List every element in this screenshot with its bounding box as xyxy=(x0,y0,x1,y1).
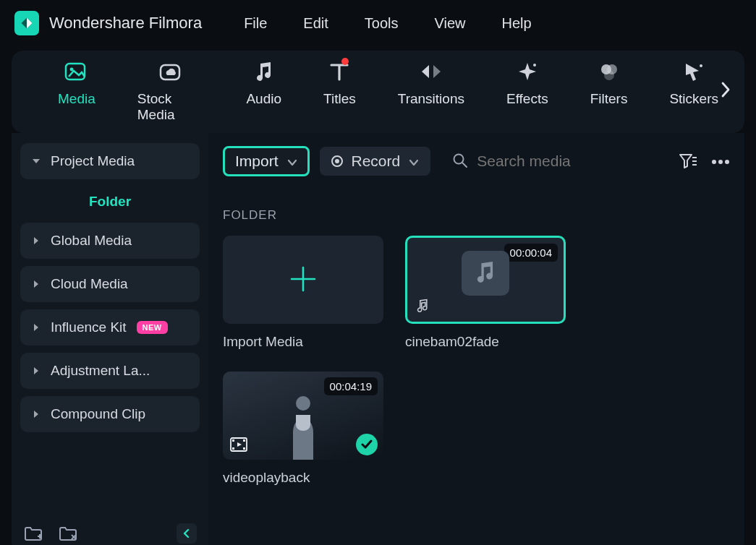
menu-file[interactable]: File xyxy=(244,15,267,32)
used-check-icon xyxy=(356,434,378,455)
menu-edit[interactable]: Edit xyxy=(303,15,328,32)
tab-audio[interactable]: Audio xyxy=(246,61,281,123)
sidebar-item-label: Cloud Media xyxy=(51,276,128,292)
svg-rect-14 xyxy=(232,447,234,450)
notification-dot-icon xyxy=(341,58,349,65)
search-input[interactable] xyxy=(477,153,668,170)
sidebar-item-cloud-media[interactable]: Cloud Media xyxy=(20,266,200,302)
svg-point-7 xyxy=(700,64,702,67)
clip-thumbnail[interactable]: 00:04:19 xyxy=(223,372,383,460)
chevron-right-icon xyxy=(32,236,41,245)
filmstrip-icon xyxy=(230,437,247,454)
tab-effects[interactable]: Effects xyxy=(506,61,548,123)
svg-point-3 xyxy=(533,64,536,66)
plus-icon xyxy=(287,263,319,297)
sidebar-item-label: Global Media xyxy=(51,233,132,249)
clip-name: cinebam02fade xyxy=(405,334,566,350)
app-title: Wondershare Filmora xyxy=(49,14,202,33)
sidebar-item-compound-clip[interactable]: Compound Clip xyxy=(20,396,200,432)
tab-stickers[interactable]: Stickers xyxy=(669,61,718,123)
sidebar-item-project-media[interactable]: Project Media xyxy=(20,143,200,179)
app-logo-icon xyxy=(14,11,39,35)
collapse-sidebar-button[interactable] xyxy=(177,523,197,544)
search-field[interactable] xyxy=(452,153,668,171)
svg-point-10 xyxy=(718,160,723,164)
svg-point-9 xyxy=(712,160,716,164)
import-media-thumb[interactable] xyxy=(223,236,383,324)
music-note-icon xyxy=(415,298,430,316)
tab-titles[interactable]: Titles xyxy=(323,61,356,123)
ribbon: Media Stock Media Audio Titles Transi xyxy=(12,51,744,133)
clip-thumbnail[interactable]: 00:00:04 xyxy=(405,236,566,324)
svg-point-6 xyxy=(604,70,614,80)
tab-label: Media xyxy=(58,91,95,107)
sidebar-bottom-toolbar xyxy=(23,523,197,544)
sidebar-subitem-folder[interactable]: Folder xyxy=(20,186,200,215)
tab-label: Audio xyxy=(246,91,281,107)
svg-rect-15 xyxy=(243,439,245,442)
tab-transitions[interactable]: Transitions xyxy=(398,61,464,123)
record-button[interactable]: Record xyxy=(320,147,431,176)
svg-point-11 xyxy=(725,160,729,164)
music-note-icon xyxy=(252,61,276,82)
import-button[interactable]: Import xyxy=(223,146,310,176)
tab-label: Filters xyxy=(590,91,628,107)
chevron-right-icon xyxy=(32,323,41,332)
titlebar: Wondershare Filmora File Edit Tools View… xyxy=(0,0,756,46)
menu-help[interactable]: Help xyxy=(502,15,532,32)
text-icon xyxy=(327,61,352,82)
tab-label: Transitions xyxy=(398,91,464,107)
sidebar-item-label: Influence Kit xyxy=(51,319,127,335)
tab-label: Stock Media xyxy=(137,91,205,123)
main-area: Project Media Folder Global Media Cloud … xyxy=(12,133,744,545)
person-silhouette-icon xyxy=(281,389,325,460)
more-options-button[interactable] xyxy=(711,155,730,167)
sparkle-icon xyxy=(515,61,540,82)
media-grid: Import Media 00:00:04 cinebam02fade xyxy=(223,236,730,486)
remove-folder-button[interactable] xyxy=(58,523,78,544)
record-icon xyxy=(331,155,343,167)
tab-stock-media[interactable]: Stock Media xyxy=(137,61,205,123)
sidebar-item-influence-kit[interactable]: Influence Kit NEW xyxy=(20,309,200,346)
sidebar-item-label: Project Media xyxy=(51,153,135,169)
sidebar-item-label: Compound Clip xyxy=(51,406,145,422)
sidebar-item-adjustment-layer[interactable]: Adjustment La... xyxy=(20,353,200,389)
button-label: Import xyxy=(235,153,279,170)
chevron-down-icon xyxy=(32,157,41,166)
music-note-icon xyxy=(472,258,499,288)
new-badge: NEW xyxy=(137,321,168,334)
clip-duration: 00:04:19 xyxy=(324,377,378,395)
svg-rect-16 xyxy=(243,447,245,450)
tab-label: Titles xyxy=(323,91,356,107)
menu-view[interactable]: View xyxy=(435,15,466,32)
tab-label: Effects xyxy=(506,91,548,107)
menu-tools[interactable]: Tools xyxy=(365,15,399,32)
tab-media[interactable]: Media xyxy=(58,61,95,123)
new-folder-button[interactable] xyxy=(23,523,43,544)
tile-label: Import Media xyxy=(223,334,383,350)
sidebar-item-global-media[interactable]: Global Media xyxy=(20,223,200,259)
media-clip-audio[interactable]: 00:00:04 cinebam02fade xyxy=(405,236,566,350)
sidebar-item-label: Adjustment La... xyxy=(51,363,150,379)
filter-sort-button[interactable] xyxy=(678,152,697,171)
media-toolbar: Import Record xyxy=(223,146,730,176)
ribbon-more-button[interactable] xyxy=(718,80,737,103)
chevron-down-icon xyxy=(287,153,297,170)
chevron-right-icon xyxy=(32,366,41,375)
tab-filters[interactable]: Filters xyxy=(590,61,628,123)
import-media-tile[interactable]: Import Media xyxy=(223,236,383,350)
section-heading: FOLDER xyxy=(223,208,730,223)
transition-icon xyxy=(419,61,443,82)
menu-bar: File Edit Tools View Help xyxy=(244,15,532,32)
media-clip-video[interactable]: 00:04:19 videoplayback xyxy=(223,372,383,486)
tab-label: Stickers xyxy=(669,91,718,107)
media-panel: Import Record xyxy=(208,133,744,545)
chevron-down-icon xyxy=(409,153,419,170)
filters-icon xyxy=(597,61,621,82)
image-icon xyxy=(64,61,89,82)
sidebar: Project Media Folder Global Media Cloud … xyxy=(12,133,208,545)
cursor-sparkle-icon xyxy=(681,61,706,82)
clip-duration: 00:00:04 xyxy=(504,244,558,262)
chevron-right-icon xyxy=(32,280,41,288)
clip-name: videoplayback xyxy=(223,470,383,486)
